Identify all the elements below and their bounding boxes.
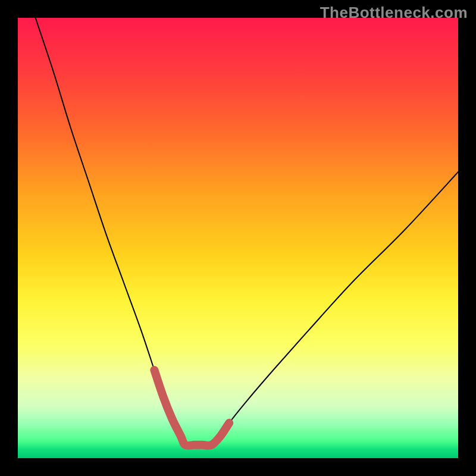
watermark-text: TheBottleneck.com	[320, 4, 468, 22]
bottleneck-curve	[36, 18, 458, 446]
gradient-plot-area	[18, 18, 458, 458]
highlight-segment	[154, 370, 229, 446]
curve-svg	[18, 18, 458, 458]
chart-frame: TheBottleneck.com	[0, 0, 476, 476]
